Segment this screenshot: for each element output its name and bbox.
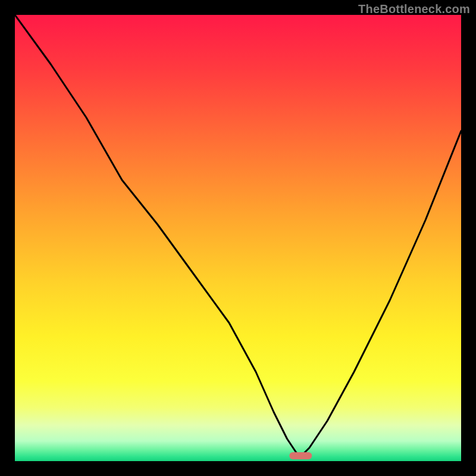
watermark: TheBottleneck.com (358, 2, 470, 16)
optimal-marker (289, 452, 312, 459)
background-gradient (15, 15, 461, 461)
plot-area (15, 15, 461, 461)
chart-frame: TheBottleneck.com (0, 0, 476, 476)
svg-rect-0 (15, 15, 461, 461)
